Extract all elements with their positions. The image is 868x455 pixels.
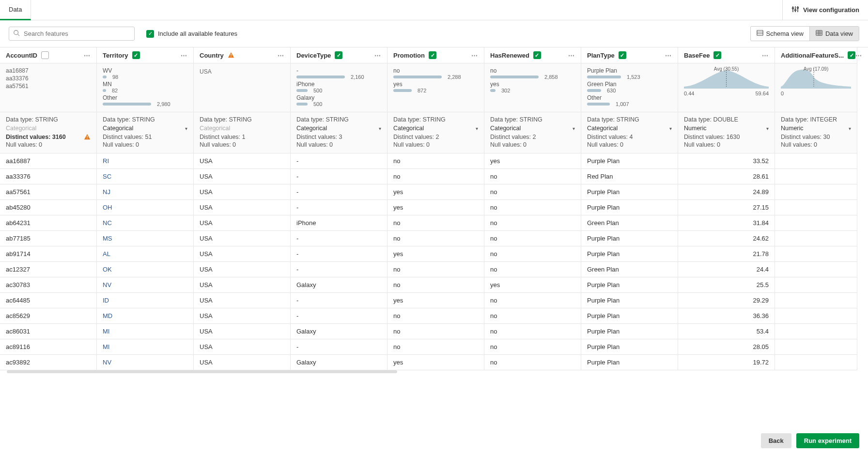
check-icon[interactable]: ✓: [533, 51, 541, 59]
column-header[interactable]: HasRenewed✓⋯: [484, 47, 581, 63]
dist-row: iPhone500: [296, 81, 381, 93]
feature-type-select[interactable]: Numeric▾: [684, 125, 769, 132]
table-cell: -: [291, 200, 388, 215]
check-icon[interactable]: ✓: [132, 51, 140, 59]
table-cell: [775, 324, 857, 339]
table-cell: 28.05: [678, 339, 775, 355]
table-cell: 31.84: [678, 215, 775, 231]
dist-row: no2,858: [490, 67, 575, 80]
more-icon[interactable]: ⋯: [762, 52, 769, 59]
more-icon[interactable]: ⋯: [471, 52, 478, 59]
more-icon[interactable]: ⋯: [568, 52, 575, 59]
search-features-input[interactable]: [9, 27, 135, 41]
feature-type-select[interactable]: Categorical▾: [393, 125, 478, 132]
more-icon[interactable]: ⋯: [84, 52, 91, 59]
table-cell: -: [291, 293, 388, 308]
chevron-down-icon[interactable]: ▾: [185, 126, 187, 131]
check-icon[interactable]: ✓: [848, 51, 855, 59]
table-cell: ac89116: [0, 339, 97, 355]
table-cell: no: [388, 262, 484, 277]
table-cell: USA: [194, 262, 291, 277]
table-cell: OH: [97, 200, 194, 215]
check-icon: ✓: [146, 30, 154, 38]
column-name: AdditionalFeatureS...: [781, 52, 844, 59]
table-cell: USA: [194, 339, 291, 355]
dist-row: Galaxy500: [296, 94, 381, 107]
table-cell: Purple Plan: [581, 184, 678, 200]
more-icon[interactable]: ⋯: [374, 52, 381, 59]
table-cell: ab91714: [0, 246, 97, 262]
feature-type-select[interactable]: Categorical▾: [103, 125, 187, 132]
table-cell: -: [291, 153, 388, 169]
table-cell: no: [484, 246, 581, 262]
column-header[interactable]: Country⋯: [194, 47, 291, 63]
column-header[interactable]: AccountID⋯: [0, 47, 97, 63]
more-icon[interactable]: ⋯: [278, 52, 284, 59]
grid-icon: [816, 30, 822, 38]
chevron-down-icon[interactable]: ▾: [669, 126, 672, 131]
feature-type-select[interactable]: Categorical▾: [490, 125, 575, 132]
column-header[interactable]: BaseFee✓⋯: [678, 47, 775, 63]
column-summary: -2,160iPhone500Galaxy500: [291, 63, 388, 112]
checkbox-icon[interactable]: [41, 51, 49, 59]
table-cell: yes: [388, 200, 484, 215]
table-cell: 24.89: [678, 184, 775, 200]
column-summary: Avg (17.09)0: [775, 63, 857, 112]
more-icon[interactable]: ⋯: [665, 52, 672, 59]
table-cell: no: [484, 184, 581, 200]
table-cell: USA: [194, 153, 291, 169]
column-header[interactable]: DeviceType✓⋯: [291, 47, 388, 63]
schema-view-button[interactable]: Schema view: [751, 27, 809, 41]
data-type: Data type: STRING: [490, 116, 575, 123]
table-cell: Purple Plan: [581, 153, 678, 169]
check-icon[interactable]: ✓: [429, 51, 436, 59]
view-configuration-button[interactable]: View configuration: [782, 0, 868, 20]
dist-row: WV98: [103, 67, 187, 80]
svg-point-1: [792, 8, 793, 9]
dist-row: -2,160: [296, 67, 381, 80]
check-icon[interactable]: ✓: [619, 51, 626, 59]
data-type: Data type: STRING: [200, 116, 284, 123]
column-summary: aa16887aa33376aa57561: [0, 63, 97, 112]
table-cell: [775, 355, 857, 370]
table-cell: Galaxy: [291, 277, 388, 293]
more-icon[interactable]: ⋯: [181, 52, 187, 59]
chevron-down-icon[interactable]: ▾: [766, 126, 769, 131]
table-cell: NV: [97, 277, 194, 293]
check-icon[interactable]: ✓: [713, 51, 721, 59]
search-field[interactable]: [23, 30, 130, 38]
more-icon[interactable]: ⋯: [855, 52, 862, 59]
data-view-label: Data view: [825, 30, 853, 37]
column-header[interactable]: AdditionalFeatureS...✓⋯: [775, 47, 857, 63]
svg-point-3: [794, 10, 796, 11]
table-cell: Purple Plan: [581, 277, 678, 293]
column-header[interactable]: Promotion✓⋯: [388, 47, 484, 63]
list-icon: [757, 30, 763, 38]
chevron-down-icon[interactable]: ▾: [849, 126, 851, 131]
column-header[interactable]: Territory✓⋯: [97, 47, 194, 63]
table-cell: [775, 293, 857, 308]
table-cell: Green Plan: [581, 262, 678, 277]
feature-type-select[interactable]: Numeric▾: [781, 125, 851, 132]
table-cell: -: [291, 339, 388, 355]
dist-row: Purple Plan1,523: [587, 67, 672, 80]
include-all-checkbox[interactable]: ✓ Include all available features: [146, 30, 237, 38]
column-header[interactable]: PlanType✓⋯: [581, 47, 678, 63]
feature-type-select[interactable]: Categorical▾: [296, 125, 381, 132]
table-cell: no: [388, 169, 484, 184]
chevron-down-icon[interactable]: ▾: [379, 126, 381, 131]
horizontal-scrollbar[interactable]: [7, 370, 397, 373]
table-cell: USA: [194, 169, 291, 184]
chevron-down-icon[interactable]: ▾: [573, 126, 575, 131]
feature-type-select[interactable]: Categorical▾: [587, 125, 672, 132]
column-meta: Data type: STRINGCategoricalDistinct val…: [194, 112, 291, 153]
tab-data[interactable]: Data: [0, 0, 31, 20]
check-icon[interactable]: ✓: [335, 51, 342, 59]
svg-point-6: [14, 30, 18, 35]
table-cell: [775, 169, 857, 184]
table-cell: no: [388, 339, 484, 355]
chevron-down-icon[interactable]: ▾: [476, 126, 478, 131]
column-meta: Data type: STRINGCategoricalDistinct val…: [0, 112, 97, 153]
table-cell: ac86031: [0, 324, 97, 339]
data-view-button[interactable]: Data view: [809, 27, 859, 41]
